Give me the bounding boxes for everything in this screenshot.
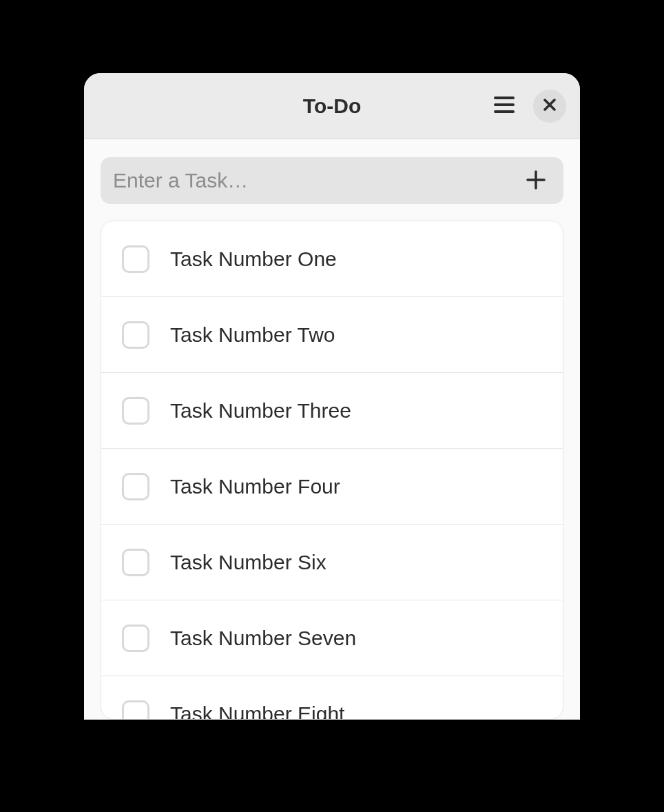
task-checkbox[interactable] — [122, 700, 149, 720]
svg-rect-1 — [494, 103, 515, 106]
add-task-button[interactable] — [521, 165, 551, 196]
task-row[interactable]: Task Number Two — [101, 297, 563, 373]
task-label: Task Number Eight — [170, 702, 344, 720]
content-area: Task Number One Task Number Two Task Num… — [84, 139, 580, 720]
svg-rect-2 — [494, 110, 515, 113]
task-row[interactable]: Task Number Eight — [101, 676, 563, 720]
task-label: Task Number Three — [170, 399, 351, 423]
close-icon — [543, 99, 556, 113]
menu-button[interactable] — [490, 92, 518, 120]
task-label: Task Number Seven — [170, 627, 356, 650]
task-row[interactable]: Task Number Seven — [101, 600, 563, 676]
task-label: Task Number Four — [170, 475, 340, 498]
titlebar-actions — [490, 90, 566, 123]
task-checkbox[interactable] — [122, 321, 149, 349]
task-row[interactable]: Task Number One — [101, 221, 563, 297]
task-label: Task Number One — [170, 247, 337, 271]
task-label: Task Number Two — [170, 323, 335, 347]
task-checkbox[interactable] — [122, 625, 149, 652]
hamburger-icon — [494, 97, 515, 115]
close-button[interactable] — [533, 90, 566, 123]
task-checkbox[interactable] — [122, 245, 149, 273]
plus-icon — [526, 170, 546, 192]
svg-rect-0 — [494, 97, 515, 99]
task-row[interactable]: Task Number Four — [101, 449, 563, 525]
app-window: To-Do — [84, 73, 580, 720]
task-list: Task Number One Task Number Two Task Num… — [101, 221, 563, 720]
task-checkbox[interactable] — [122, 397, 149, 425]
task-row[interactable]: Task Number Six — [101, 525, 563, 600]
task-row[interactable]: Task Number Three — [101, 373, 563, 449]
task-checkbox[interactable] — [122, 549, 149, 576]
new-task-input[interactable] — [113, 169, 521, 192]
task-label: Task Number Six — [170, 551, 326, 574]
task-checkbox[interactable] — [122, 473, 149, 500]
new-task-row — [101, 157, 563, 204]
titlebar: To-Do — [84, 73, 580, 139]
